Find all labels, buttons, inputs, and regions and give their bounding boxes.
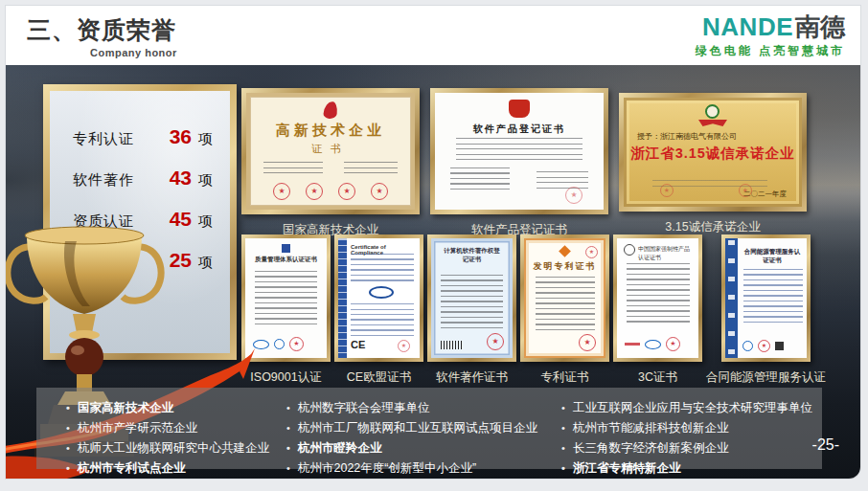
certificate-hi-tech: 高新技术企业 证书 国家高新技术企业 — [241, 88, 420, 238]
honor-item: 杭州市专利试点企业 — [65, 458, 286, 479]
honor-list-col1: 国家高新技术企业 杭州市产学研示范企业 杭师大工业物联网研究中心共建企业 杭州市… — [65, 398, 286, 469]
blue-side-band — [338, 238, 347, 358]
certificate-title: 合同能源管理服务认证证书 — [742, 248, 803, 265]
slide: 三、资质荣誉 Company honor NANDE南德 绿色电能 点亮智慧城市… — [6, 6, 860, 479]
red-seal-icon — [371, 183, 388, 200]
stat-unit: 项 — [198, 130, 213, 148]
certificate-caption: 3.15诚信承诺企业 — [665, 219, 760, 235]
certificate-title: 软件产品登记证书 — [435, 123, 604, 136]
certificate-image: Certificate of Compliance CE — [338, 238, 420, 358]
certificate-energy-management: 合同能源管理服务认证证书 合同能源管理服务认证 — [706, 234, 826, 386]
honor-list-col3: 工业互联网企业应用与安全技术研究理事单位 杭州市节能减排科技创新企业 长三角数字… — [560, 398, 819, 469]
certificate-frame: 软件产品登记证书 — [430, 88, 608, 214]
honor-item: 浙江省专精特新企业 — [560, 458, 819, 479]
certificate-image: 高新技术企业 证书 — [246, 93, 415, 210]
certificate-315-integrity: 授予：浙江南德电气有限公司 浙江省3.15诚信承诺企业 二〇二一年度 3.15诚… — [619, 88, 807, 238]
stat-value: 43 — [155, 167, 192, 190]
stat-row-software: 软件著作 43 项 — [73, 167, 230, 190]
certificate-image: 软件产品登记证书 — [435, 93, 604, 210]
text-lines — [536, 277, 595, 330]
certificate-frame: 中国国家强制性产品认证证书 — [613, 234, 702, 362]
honor-item: 杭州市工厂物联网和工业互联网试点项目企业 — [286, 418, 560, 438]
certificate-caption: 合同能源管理服务认证 — [706, 369, 826, 386]
certificate-title: 中国国家强制性产品认证证书 — [638, 245, 694, 262]
company-logo: NANDE南德 绿色电能 点亮智慧城市 — [696, 13, 845, 59]
logo-wordmark: NANDE南德 — [696, 13, 845, 40]
text-lines — [255, 271, 317, 328]
honor-item: 杭州市节能减排科技创新企业 — [560, 418, 819, 438]
honor-item: 国家高新技术企业 — [65, 398, 286, 418]
red-banner-icon — [698, 120, 727, 126]
cnas-logo-icon — [274, 339, 285, 349]
footer-marks — [742, 340, 784, 352]
honor-item: 杭州市产学研示范企业 — [65, 418, 286, 438]
red-seal-icon — [273, 183, 290, 200]
red-seal-icon — [660, 184, 674, 197]
certificate-caption: ISO9001认证 — [250, 369, 321, 386]
honor-list-col2: 杭州数字联合会理事单位 杭州市工厂物联网和工业互联网试点项目企业 杭州市瞪羚企业… — [286, 398, 560, 469]
honor-item: 杭州市瞪羚企业 — [286, 438, 560, 458]
certificate-ce: Certificate of Compliance CE CE欧盟证书 — [334, 234, 423, 386]
red-seal-icon — [666, 337, 680, 351]
certificate-caption: 软件著作证书 — [436, 369, 508, 386]
honor-item: 工业互联网企业应用与安全技术研究理事单位 — [560, 398, 819, 418]
year-label: 二〇二一年度 — [743, 190, 787, 199]
slide-header: 三、资质荣誉 Company honor NANDE南德 绿色电能 点亮智慧城市 — [6, 6, 860, 65]
logo-cn-text: 南德 — [795, 12, 845, 41]
certificate-caption: 专利证书 — [541, 369, 589, 386]
red-seal-icon — [398, 340, 410, 352]
certificate-software-product: 软件产品登记证书 软件产品登记证书 — [430, 88, 608, 238]
certificate-frame: 合同能源管理服务认证证书 — [721, 234, 811, 362]
certificate-caption: 3C证书 — [638, 369, 677, 386]
certificate-image: 中国国家强制性产品认证证书 — [617, 238, 698, 358]
page-number: -25- — [812, 436, 839, 454]
red-seal-icon — [579, 334, 596, 351]
red-seal-icon — [338, 183, 355, 200]
certificate-software-copyright: 计算机软件著作权登记证书 软件著作证书 — [427, 234, 516, 386]
certificate-title: 高新技术企业 — [246, 122, 415, 140]
blue-side-band — [725, 238, 738, 358]
stat-row-patent: 专利认证 36 项 — [73, 125, 230, 148]
certificate-row-bottom: 质量管理体系认证证书 ISO9001认证 — [241, 234, 826, 386]
award-line: 授予：浙江南德电气有限公司 — [637, 131, 737, 142]
footer-marks — [625, 337, 680, 351]
certificate-frame: 授予：浙江南德电气有限公司 浙江省3.15诚信承诺企业 二〇二一年度 — [619, 93, 807, 212]
slide-body-photo: 专利认证 36 项 软件著作 43 项 资质认证 45 项 — [6, 65, 860, 479]
red-seal-icon — [289, 337, 304, 351]
green-logo-icon — [705, 104, 720, 119]
mark-oval-icon — [369, 286, 394, 299]
slide-page: 三、资质荣誉 Company honor NANDE南德 绿色电能 点亮智慧城市… — [0, 0, 868, 491]
red-seal-icon — [585, 246, 598, 258]
emblem-icon — [282, 244, 290, 253]
certificate-frame: 计算机软件著作权登记证书 — [427, 234, 516, 362]
certificate-title: 质量管理体系认证证书 — [255, 256, 317, 264]
national-emblem-icon — [509, 100, 530, 118]
qr-code-icon — [775, 342, 784, 350]
certificate-subtitle: 证书 — [246, 142, 415, 156]
ccc-logo-icon — [624, 244, 635, 256]
text-lines — [351, 303, 414, 336]
red-seal-icon — [487, 333, 504, 350]
title-block: 三、资质荣誉 Company honor — [27, 14, 177, 58]
red-seal-icon — [306, 183, 323, 200]
certificate-image: 合同能源管理服务认证证书 — [725, 238, 807, 358]
certificate-image: 计算机软件著作权登记证书 — [431, 238, 513, 358]
certificate-3c: 中国国家强制性产品认证证书 3C证书 — [613, 234, 702, 386]
page-subtitle: Company honor — [90, 47, 177, 58]
red-seal-icon — [565, 187, 582, 204]
stat-value: 36 — [155, 125, 192, 148]
text-lines — [627, 263, 690, 326]
logo-en-text: NANDE — [702, 12, 793, 41]
certificate-patent: 发明专利证书 专利证书 — [520, 234, 609, 386]
honor-item: 杭州数字联合会理事单位 — [286, 398, 560, 418]
stat-label: 专利认证 — [73, 130, 155, 148]
cqc-logo-icon — [645, 340, 661, 349]
page-title: 三、资质荣誉 — [27, 14, 177, 46]
seal-row — [246, 183, 415, 200]
honor-item: 长三角数字经济创新案例企业 — [560, 438, 819, 458]
text-lines — [441, 275, 503, 332]
certificate-image: 质量管理体系认证证书 — [245, 238, 327, 358]
accreditation-logos — [253, 337, 304, 351]
stat-label: 软件著作 — [73, 171, 155, 190]
honors-band: 国家高新技术企业 杭州市产学研示范企业 杭师大工业物联网研究中心共建企业 杭州市… — [36, 388, 822, 469]
